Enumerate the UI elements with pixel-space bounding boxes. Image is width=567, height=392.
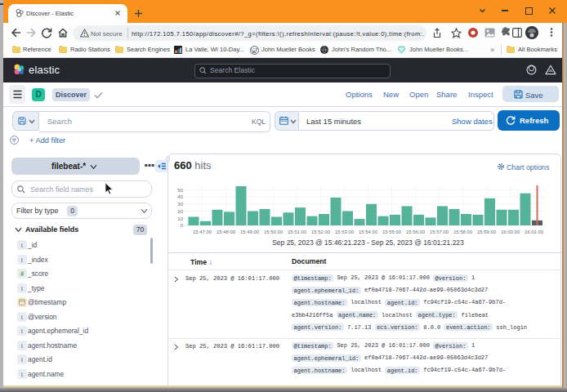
svg-text:15:56:00: 15:56:00: [406, 229, 426, 234]
svg-text:15:51:00: 15:51:00: [288, 229, 307, 234]
svg-text:15:52:00: 15:52:00: [311, 229, 331, 234]
svg-text:16:00:00: 16:00:00: [501, 229, 520, 234]
svg-text:15:48:00: 15:48:00: [217, 229, 236, 234]
svg-text:15:54:00: 15:54:00: [359, 229, 378, 234]
svg-text:15:50:00: 15:50:00: [264, 229, 284, 234]
svg-text:15:58:00: 15:58:00: [453, 229, 473, 234]
svg-text:15:55:00: 15:55:00: [382, 229, 402, 234]
svg-text:20: 20: [177, 209, 183, 214]
svg-text:0: 0: [181, 223, 184, 228]
svg-text:10: 10: [177, 216, 183, 221]
svg-text:15:57:00: 15:57:00: [430, 229, 449, 234]
svg-text:30: 30: [177, 202, 183, 207]
svg-text:50: 50: [177, 188, 183, 193]
svg-text:15:49:00: 15:49:00: [240, 229, 260, 234]
svg-text:15:47:00: 15:47:00: [193, 229, 212, 234]
svg-text:16:01:00: 16:01:00: [525, 229, 544, 234]
svg-text:15:59:00: 15:59:00: [477, 229, 497, 234]
svg-text:15:53:00: 15:53:00: [335, 229, 355, 234]
svg-text:40: 40: [177, 194, 183, 199]
